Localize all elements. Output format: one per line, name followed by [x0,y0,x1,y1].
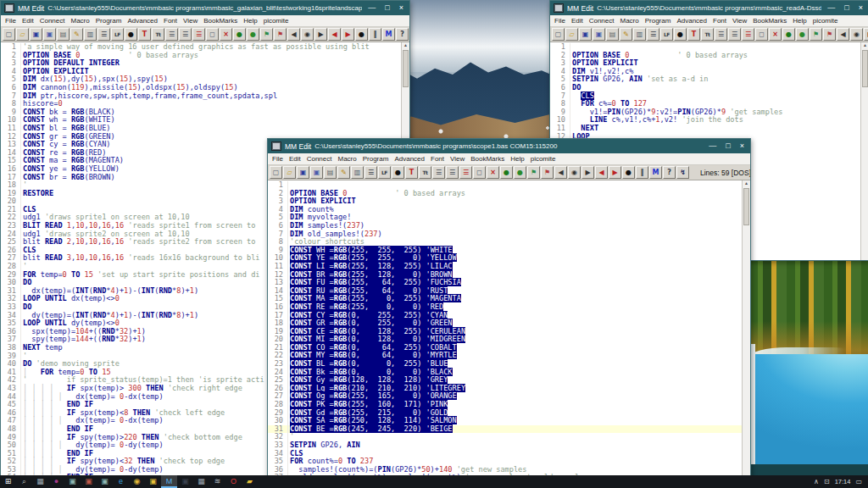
flag-red-icon[interactable]: ⚑ [274,28,287,41]
tab-red-icon[interactable]: T [138,28,151,41]
menu-item-help[interactable]: Help [243,17,257,25]
code-line[interactable]: 6DO [550,84,861,92]
menu-item-advanced[interactable]: Advanced [394,155,425,163]
clock[interactable]: 17:14 [835,478,851,485]
code-line[interactable]: 5SETPIN GP26, AIN 'set as a-d in [550,75,861,84]
close-button[interactable]: × [859,4,863,12]
print-icon[interactable]: ▤ [324,166,337,179]
copy-icon[interactable]: ▥ [633,28,646,41]
flag-red-icon[interactable]: ⚑ [541,166,554,179]
menu-item-connect[interactable]: Connect [40,17,65,25]
menu-item-advanced[interactable]: Advanced [676,17,707,25]
disconnect-green-icon[interactable]: ● [247,28,259,41]
arrow-left-icon[interactable]: ◀ [287,28,300,41]
menu-item-bookmarks[interactable]: BookMarks [753,17,787,25]
code-line[interactable]: 33SETPIN GP26, AIN [268,441,743,450]
flag-green-icon[interactable]: ⚑ [260,28,273,41]
disconnect-green-icon[interactable]: ● [796,28,809,41]
maximize-button[interactable]: □ [844,4,849,12]
columns-icon[interactable]: ‖ [636,166,648,179]
menu-item-help[interactable]: Help [510,155,524,163]
close-button[interactable]: × [740,142,744,150]
tab-red-icon[interactable]: T [405,166,418,179]
scroll-up-icon[interactable]: ▲ [863,42,867,47]
taskbar-app-2[interactable]: ● [48,475,64,488]
delete-icon[interactable]: × [769,28,782,41]
open-file-icon[interactable]: ▱ [565,28,578,41]
help-icon[interactable]: ? [663,166,676,179]
code-editor[interactable]: 12OPTION BASE 0 ' 0 based arrays3OPTION … [268,180,750,488]
comment-bubble-icon[interactable]: ◻ [755,28,768,41]
save-icon[interactable]: ▣ [297,166,309,179]
maximize-button[interactable]: □ [385,4,389,12]
scrollbar-thumb[interactable] [743,188,749,225]
list-icon[interactable]: ☰ [97,28,110,41]
network-icon[interactable]: ⊡ [824,478,830,485]
taskbar-app-8[interactable]: ▦ [193,475,209,488]
action-center-icon[interactable]: ▭ [855,478,862,485]
taskbar-app-6[interactable]: ▣ [145,475,161,488]
menu-item-view[interactable]: View [450,155,465,163]
help-icon[interactable]: ? [396,28,409,41]
tab-red-icon[interactable]: T [687,28,700,41]
menu-item-edit[interactable]: Edit [571,17,583,25]
comment-bubble-icon[interactable]: ◻ [473,166,486,179]
menu-item-connect[interactable]: Connect [589,17,615,25]
minimize-button[interactable]: — [709,142,716,150]
taskbar-app-explorer[interactable]: ▰ [242,475,258,488]
indent-red-icon[interactable]: ☰ [459,166,472,179]
arrow-right-icon[interactable]: ▶ [581,166,594,179]
menu-item-connect[interactable]: Connect [307,155,332,163]
titlebar[interactable]: MM Edit C:\Users\stanley555\Documents\mm… [268,139,750,153]
taskbar-app-4[interactable]: ▣ [81,475,97,488]
taskbar-app-5[interactable]: ▣ [97,475,113,488]
menu-item-help[interactable]: Help [793,17,806,25]
taskbar-app-7[interactable]: ▣ [177,475,193,488]
start-button[interactable]: ⊞ [0,475,16,488]
close-button[interactable]: × [399,4,403,12]
open-file-icon[interactable]: ▱ [16,28,29,41]
scroll-up-icon[interactable]: ▲ [403,42,408,47]
indent-icon[interactable]: ☰ [432,166,445,179]
text-size-icon[interactable]: Tt [701,28,714,41]
titlebar[interactable]: MM Edit C:\Users\stanley555\Documents\mm… [1,1,409,15]
code-line[interactable]: 3OPTION EXPLICIT [268,197,743,206]
save-icon[interactable]: ▣ [30,28,42,41]
menu-item-program[interactable]: Program [96,17,122,25]
run-icon[interactable]: ↯ [676,166,689,179]
indent-icon[interactable]: ☰ [715,28,727,41]
print-icon[interactable]: ▤ [57,28,70,41]
comment-bubble-icon[interactable]: ◻ [206,28,219,41]
delete-icon[interactable]: × [220,28,232,41]
list-icon[interactable]: ☰ [364,166,377,179]
save-as-icon[interactable]: ▣ [43,28,56,41]
dot-icon[interactable]: ● [674,28,687,41]
arrow-right-icon[interactable]: ▶ [864,28,868,41]
menu-item-macro[interactable]: Macro [337,155,356,163]
menu-item-view[interactable]: View [183,17,198,25]
scroll-up-icon[interactable]: ▲ [744,180,748,186]
save-as-icon[interactable]: ▣ [593,28,605,41]
save-as-icon[interactable]: ▣ [310,166,323,179]
lf-icon[interactable]: LF [378,166,391,179]
vertical-scrollbar[interactable]: ▲ [860,42,868,260]
dot-icon[interactable]: ● [125,28,137,41]
flag-green-icon[interactable]: ⚑ [810,28,822,41]
menu-item-bookmarks[interactable]: BookMarks [470,155,504,163]
taskbar-app-mmedit[interactable]: M [161,475,177,488]
dot-icon[interactable]: ● [392,166,404,179]
open-file-icon[interactable]: ▱ [283,166,296,179]
outdent-icon[interactable]: ☰ [728,28,741,41]
taskbar-app-3[interactable]: ▣ [64,475,81,488]
menu-item-picomite[interactable]: picomite [264,17,289,25]
arrow-left-icon[interactable]: ◀ [837,28,849,41]
indent-red-icon[interactable]: ☰ [192,28,205,41]
back-red-icon[interactable]: ◀ [595,166,608,179]
scrollbar-thumb[interactable] [403,50,409,87]
outdent-icon[interactable]: ☰ [179,28,192,41]
menu-item-picomite[interactable]: picomite [813,17,838,25]
menu-item-edit[interactable]: Edit [289,155,301,163]
menu-item-macro[interactable]: Macro [70,17,89,25]
arrow-left-icon[interactable]: ◀ [554,166,567,179]
list-icon[interactable]: ☰ [647,28,659,41]
